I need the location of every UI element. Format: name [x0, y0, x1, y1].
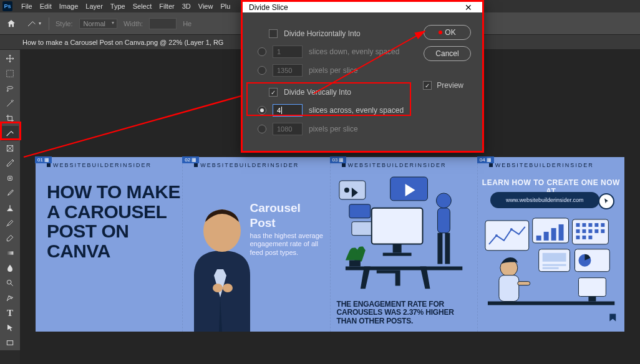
home-icon[interactable]: [5, 18, 17, 29]
brush-tool[interactable]: [1, 186, 19, 201]
cancel-button[interactable]: Cancel: [424, 46, 471, 61]
svg-rect-14: [371, 208, 422, 244]
svg-point-25: [510, 228, 513, 231]
history-brush-tool[interactable]: [1, 216, 19, 231]
svg-point-4: [7, 280, 11, 284]
svg-rect-48: [542, 267, 558, 269]
svg-rect-46: [542, 253, 566, 262]
svg-rect-29: [551, 228, 556, 241]
horiz-px-input[interactable]: 1350: [273, 64, 303, 77]
frame-tool[interactable]: [1, 141, 19, 156]
svg-point-18: [436, 193, 451, 208]
tools-panel: T: [0, 50, 20, 350]
slice-tool-icon[interactable]: ▾: [24, 17, 42, 30]
annotation-slice-tool-highlight: [0, 122, 21, 140]
divide-horizontally-checkbox[interactable]: [269, 29, 278, 38]
path-selection-tool[interactable]: [1, 320, 19, 335]
horiz-count-radio[interactable]: [258, 47, 266, 56]
healing-brush-tool[interactable]: [1, 171, 19, 186]
svg-rect-55: [578, 278, 606, 297]
annotation-dialog-highlight: Divide Slice ✕ Divide Horizontally Into …: [241, 0, 484, 153]
svg-rect-32: [576, 223, 579, 227]
blur-tool[interactable]: [1, 261, 19, 275]
brand-4: WEBSITEBUILDERINSIDER: [489, 162, 594, 168]
ok-button[interactable]: OK: [424, 25, 471, 40]
slice-3: 03 ▦ WEBSITEBUILDERINSIDER THE: [331, 157, 478, 332]
menu-plugins[interactable]: Plu: [216, 2, 234, 10]
annotation-arrow-tip-icon: [439, 31, 442, 34]
style-dropdown[interactable]: Normal ▾: [79, 19, 117, 29]
svg-rect-52: [499, 275, 519, 302]
brand-2: WEBSITEBUILDERINSIDER: [194, 162, 299, 168]
menu-select[interactable]: Select: [129, 2, 156, 10]
lasso-tool[interactable]: [1, 81, 19, 96]
menu-type[interactable]: Type: [107, 2, 129, 10]
document-image: 01 ▦ WEBSITEBUILDERINSIDER HOW TO MAKE A…: [36, 157, 624, 332]
svg-rect-20: [437, 233, 442, 264]
horiz-count-input[interactable]: 1: [273, 46, 303, 58]
dialog-title: Divide Slice: [249, 3, 288, 12]
svg-point-24: [495, 234, 498, 237]
cursor-click-icon: [598, 193, 614, 209]
menu-3d[interactable]: 3D: [178, 2, 195, 10]
menu-layer[interactable]: Layer: [82, 2, 107, 10]
move-tool[interactable]: [1, 51, 19, 66]
svg-rect-3: [7, 251, 14, 254]
slice2-text: Carousel Post has the highest average en…: [250, 201, 325, 257]
slice-1: 01 ▦ WEBSITEBUILDERINSIDER HOW TO MAKE A…: [36, 157, 183, 332]
svg-rect-38: [582, 229, 586, 233]
svg-rect-30: [558, 224, 563, 241]
close-icon[interactable]: ✕: [461, 2, 476, 12]
svg-rect-5: [7, 341, 12, 345]
svg-rect-47: [542, 264, 566, 266]
svg-point-8: [223, 284, 233, 292]
menu-file[interactable]: File: [17, 2, 36, 10]
svg-rect-17: [345, 266, 462, 270]
slice1-title: HOW TO MAKE A CAROUSEL POST ON CANVA: [47, 182, 180, 261]
brand-1: WEBSITEBUILDERINSIDER: [47, 162, 152, 168]
magic-wand-tool[interactable]: [1, 96, 19, 111]
annotation-arrow-to-ok: [311, 27, 430, 96]
svg-rect-15: [392, 244, 401, 253]
svg-rect-16: [382, 253, 411, 256]
style-label: Style:: [56, 20, 73, 27]
dialog-titlebar[interactable]: Divide Slice ✕: [243, 2, 482, 12]
slice2-body: has the highest average engagement rate …: [250, 232, 325, 257]
slice3-caption: THE ENGAGEMENT RATE FOR CAROUSELS WAS 2.…: [337, 300, 472, 325]
rectangle-tool[interactable]: [1, 335, 19, 350]
svg-rect-34: [588, 223, 592, 227]
gradient-tool[interactable]: [1, 246, 19, 261]
clone-stamp-tool[interactable]: [1, 201, 19, 216]
menu-image[interactable]: Image: [56, 2, 82, 10]
slice-2: 02 ▦ WEBSITEBUILDERINSIDER Carousel Post…: [183, 157, 330, 332]
svg-rect-12: [351, 222, 372, 236]
dodge-tool[interactable]: [1, 275, 19, 290]
menu-filter[interactable]: Filter: [155, 2, 178, 10]
photoshop-logo-icon: Ps: [2, 1, 12, 11]
pen-tool[interactable]: [1, 290, 19, 305]
preview-label: Preview: [437, 81, 463, 90]
width-input[interactable]: [149, 18, 177, 29]
menu-view[interactable]: View: [195, 2, 217, 10]
svg-rect-44: [588, 236, 592, 239]
svg-rect-28: [543, 232, 548, 241]
menu-edit[interactable]: Edit: [36, 2, 56, 10]
svg-rect-56: [588, 297, 596, 302]
svg-point-10: [344, 188, 349, 193]
slice2-heading: Carousel Post: [250, 201, 325, 231]
vert-px-radio[interactable]: [258, 125, 266, 133]
eyedropper-tool[interactable]: [1, 156, 19, 171]
svg-rect-53: [518, 282, 530, 285]
type-tool[interactable]: T: [1, 305, 19, 320]
vert-px-input[interactable]: 1080: [273, 123, 303, 135]
svg-rect-33: [582, 223, 586, 227]
horiz-px-radio[interactable]: [258, 66, 266, 75]
svg-rect-36: [601, 223, 604, 227]
svg-rect-41: [601, 229, 604, 233]
marquee-tool[interactable]: [1, 66, 19, 81]
svg-rect-11: [349, 204, 370, 218]
eraser-tool[interactable]: [1, 231, 19, 246]
svg-rect-0: [7, 70, 14, 77]
svg-rect-54: [488, 302, 614, 305]
svg-rect-19: [437, 208, 450, 233]
